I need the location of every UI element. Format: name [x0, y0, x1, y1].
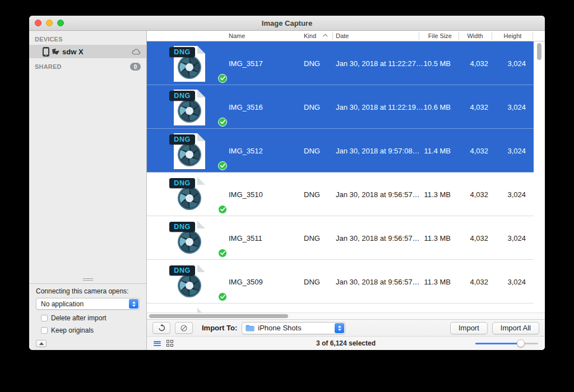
import-button[interactable]: Import: [450, 322, 488, 334]
slider-knob[interactable]: [517, 339, 525, 347]
title-bar[interactable]: Image Capture: [29, 16, 545, 31]
delete-button[interactable]: [175, 322, 193, 334]
page-fold-icon: [197, 177, 205, 185]
page-fold-icon: [197, 133, 205, 141]
camera-opens-label: Connecting this camera opens:: [36, 287, 140, 295]
column-header-name[interactable]: Name: [229, 32, 304, 39]
cell-width: 4,032: [459, 59, 492, 68]
sidebar-item-device[interactable]: sdw X: [29, 45, 146, 58]
delete-after-import-checkbox[interactable]: [41, 315, 48, 321]
cell-height: 3,024: [492, 147, 534, 155]
select-stepper-icon: [129, 299, 138, 309]
aperture-icon: [177, 273, 202, 298]
cell-name: IMG_3512: [229, 147, 304, 155]
cell-name: IMG_3511: [229, 234, 304, 242]
file-thumbnail: DNG: [147, 129, 229, 172]
cell-file-size: 11.3 MB: [419, 278, 459, 286]
imported-check-icon: [218, 249, 227, 258]
vertical-scrollbar[interactable]: [537, 43, 541, 60]
dng-badge-icon: DNG: [169, 265, 195, 276]
import-all-button[interactable]: Import All: [492, 322, 539, 334]
column-header-kind-label: Kind: [304, 32, 316, 39]
shared-section-header: SHARED: [35, 63, 62, 70]
camera-opens-select[interactable]: No application: [36, 298, 140, 310]
cell-date: Jan 30, 2018 at 9:56:57…: [332, 278, 419, 286]
dng-badge-icon: DNG: [169, 178, 195, 188]
cell-date: Jan 30, 2018 at 11:22:27…: [332, 59, 419, 68]
dng-badge-icon: DNG: [169, 91, 195, 101]
cell-height: 3,024: [492, 59, 534, 68]
cell-kind: DNG: [304, 103, 332, 111]
table-row[interactable]: DNG IMG_3509 DNG Jan 30, 2018 at 9:56:57…: [147, 260, 534, 304]
triangle-up-icon: [39, 342, 44, 345]
collapse-panel-button[interactable]: [36, 340, 47, 347]
bottom-toolbar: Import To: iPhone Shots Import Import Al…: [147, 319, 545, 336]
sidebar-spacer: [29, 73, 146, 283]
imported-check-icon: [218, 205, 227, 214]
page-fold-icon: [197, 90, 205, 97]
cell-width: 4,032: [459, 190, 492, 199]
keep-originals-checkbox[interactable]: [41, 327, 48, 334]
cell-kind: DNG: [304, 59, 332, 68]
cell-file-size: 11.3 MB: [419, 234, 459, 242]
imported-check-icon: [218, 292, 227, 301]
cell-date: Jan 30, 2018 at 11:22:19…: [332, 103, 419, 111]
pane-splitter-handle[interactable]: [83, 277, 93, 282]
import-to-select-value: iPhone Shots: [258, 324, 301, 332]
page-fold-icon: [197, 308, 205, 312]
keep-originals-label: Keep originals: [51, 326, 94, 334]
table-row[interactable]: DNG IMG_3516 DNG Jan 30, 2018 at 11:22:1…: [147, 85, 534, 129]
page-fold-icon: [197, 46, 205, 54]
folder-icon: [246, 325, 254, 332]
table-row[interactable]: DNG IMG_3510 DNG Jan 30, 2018 at 9:56:57…: [147, 172, 534, 216]
cell-width: 4,032: [459, 103, 492, 111]
cell-file-size: 11.4 MB: [419, 147, 459, 155]
horizontal-scrollbar[interactable]: [149, 314, 288, 318]
file-thumbnail: DNG: [147, 172, 229, 216]
cell-kind: DNG: [304, 147, 332, 155]
cell-width: 4,032: [459, 147, 492, 155]
imported-check-icon: [218, 161, 227, 170]
shared-count-badge: 0: [130, 63, 141, 71]
page-fold-icon: [197, 221, 205, 228]
table-row[interactable]: DNG IMG_3512 DNG Jan 30, 2018 at 9:57:08…: [147, 129, 534, 172]
dng-badge-icon: DNG: [169, 222, 195, 232]
table-row[interactable]: DNG IMG_3511 DNG Jan 30, 2018 at 9:56:57…: [147, 216, 534, 260]
aperture-icon: [177, 99, 202, 123]
cell-width: 4,032: [459, 234, 492, 242]
column-header-width[interactable]: Width: [459, 32, 492, 39]
sidebar: DEVICES sdw X SHARED 0: [29, 31, 147, 350]
file-thumbnail: DNG: [147, 216, 229, 260]
cell-file-size: 11.3 MB: [419, 190, 459, 199]
table-row[interactable]: DNG IMG_3517 DNG Jan 30, 2018 at 11:22:2…: [147, 41, 534, 85]
column-header-kind[interactable]: Kind: [304, 32, 332, 39]
camera-opens-select-value: No application: [41, 300, 84, 308]
file-browser: Name Kind Date File Size Width Height: [147, 31, 545, 350]
cell-name: IMG_3510: [229, 190, 304, 199]
column-header-height[interactable]: Height: [492, 32, 534, 39]
file-thumbnail: DNG: [147, 260, 229, 304]
aperture-icon: [177, 142, 202, 167]
aperture-icon: [177, 55, 202, 80]
device-name: sdw X: [62, 48, 84, 56]
file-thumbnail: DNG: [147, 41, 229, 85]
table-row[interactable]: [147, 304, 534, 312]
delete-after-import-row: Delete after import: [36, 314, 140, 322]
dng-badge-icon: DNG: [169, 134, 195, 144]
file-thumbnail: [147, 304, 229, 312]
thumbnail-size-slider[interactable]: [475, 339, 538, 347]
camera-options-panel: Connecting this camera opens: No applica…: [29, 283, 146, 350]
aperture-icon: [177, 230, 202, 254]
rotate-left-icon: [158, 324, 166, 332]
cell-date: Jan 30, 2018 at 9:56:57…: [332, 234, 419, 242]
shared-section-row: SHARED 0: [29, 58, 146, 73]
cloud-icon[interactable]: [132, 49, 141, 55]
column-header-date[interactable]: Date: [332, 32, 419, 39]
file-list: DNG IMG_3517 DNG Jan 30, 2018 at 11:22:2…: [147, 41, 545, 312]
import-to-select[interactable]: iPhone Shots: [242, 322, 345, 334]
cell-date: Jan 30, 2018 at 9:56:57…: [332, 190, 419, 199]
column-header-file-size[interactable]: File Size: [419, 32, 459, 39]
rotate-button[interactable]: [152, 322, 170, 334]
window-title: Image Capture: [29, 19, 545, 27]
cell-file-size: 10.5 MB: [419, 59, 459, 68]
